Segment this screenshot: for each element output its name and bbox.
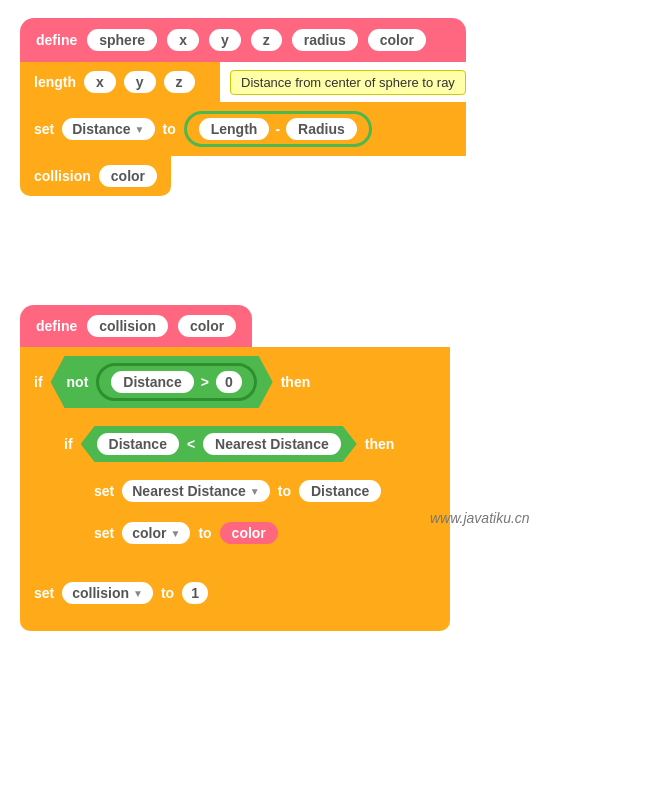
color-dd-label: color	[132, 525, 166, 541]
set-color-block: set color ▼ to color	[80, 513, 434, 553]
gt-op: >	[201, 374, 209, 390]
distance-lt-nearest: Distance < Nearest Distance	[81, 426, 357, 462]
nearest-distance-dd-label: Nearest Distance	[132, 483, 246, 499]
y-pill-2[interactable]: y	[124, 71, 156, 93]
collision-pill[interactable]: collision	[87, 315, 168, 337]
collision-dropdown[interactable]: collision ▼	[62, 582, 153, 604]
then-label-1: then	[281, 374, 311, 390]
radius-pill[interactable]: radius	[292, 29, 358, 51]
x-pill-2[interactable]: x	[84, 71, 116, 93]
length-block: length x y z	[20, 62, 220, 102]
define-label: define	[36, 32, 77, 48]
collision-dd-label: collision	[72, 585, 129, 601]
not-label: not	[67, 374, 89, 390]
set-label-1: set	[34, 121, 54, 137]
define-sphere-block: define sphere x y z radius color	[20, 18, 466, 62]
then-label-2: then	[365, 436, 395, 452]
length-val[interactable]: Length	[199, 118, 270, 140]
set-label-3: set	[94, 525, 114, 541]
lt-op: <	[187, 436, 195, 452]
set-nearest-distance-block: set Nearest Distance ▼ to Distance	[80, 471, 434, 511]
sphere-pill[interactable]: sphere	[87, 29, 157, 51]
z-pill[interactable]: z	[251, 29, 282, 51]
to-label-1: to	[163, 121, 176, 137]
distance-gt-0: Distance > 0	[96, 363, 256, 401]
if-not-distance-row: if not Distance > 0 then	[20, 347, 450, 417]
if-label-2: if	[64, 436, 73, 452]
set-label-4: set	[34, 585, 54, 601]
distance-pill-3[interactable]: Distance	[299, 480, 381, 502]
minus-op: -	[275, 121, 280, 137]
define-collision-hat: define collision color	[20, 305, 252, 347]
inner-if-block: if Distance < Nearest Distance then set	[50, 417, 442, 569]
outer-if-block: if not Distance > 0 then if	[20, 347, 450, 631]
collision-color-block: collision color	[20, 156, 171, 196]
to-label-3: to	[198, 525, 211, 541]
color-val-pill[interactable]: color	[220, 522, 278, 544]
color-pill-3[interactable]: color	[178, 315, 236, 337]
if-label-1: if	[34, 374, 43, 390]
length-row: length x y z Distance from center of sph…	[20, 62, 466, 102]
y-pill[interactable]: y	[209, 29, 241, 51]
nearest-distance-dropdown[interactable]: Nearest Distance ▼	[122, 480, 270, 502]
define-label-2: define	[36, 318, 77, 334]
length-label: length	[34, 74, 76, 90]
not-condition-block: not Distance > 0	[51, 356, 273, 408]
if-distance-nearest-row: if Distance < Nearest Distance then	[50, 417, 442, 471]
set-distance-block: set Distance ▼ to Length - Radius	[20, 102, 466, 156]
color-dropdown[interactable]: color ▼	[122, 522, 190, 544]
distance-dropdown[interactable]: Distance ▼	[62, 118, 154, 140]
inner-if-footer	[50, 553, 434, 565]
tooltip-box: Distance from center of sphere to ray	[230, 70, 466, 95]
inner-if-body: set Nearest Distance ▼ to Distance set c…	[80, 471, 442, 553]
section2-define-collision: define collision color if not Distance >…	[20, 305, 450, 631]
nearest-distance-pill[interactable]: Nearest Distance	[203, 433, 341, 455]
to-label-2: to	[278, 483, 291, 499]
color-pill-2[interactable]: color	[99, 165, 157, 187]
dropdown-arrow-4: ▼	[133, 588, 143, 599]
to-label-4: to	[161, 585, 174, 601]
set-collision-block: set collision ▼ to 1	[20, 573, 450, 613]
distance-pill-1[interactable]: Distance	[111, 371, 193, 393]
section1-define-sphere: define sphere x y z radius color length …	[20, 18, 466, 196]
collision-label-1: collision	[34, 168, 91, 184]
radius-val[interactable]: Radius	[286, 118, 357, 140]
color-pill-1[interactable]: color	[368, 29, 426, 51]
distance-dropdown-label: Distance	[72, 121, 130, 137]
dropdown-arrow-2: ▼	[250, 486, 260, 497]
dropdown-arrow-1: ▼	[135, 124, 145, 135]
dropdown-arrow-3: ▼	[170, 528, 180, 539]
length-minus-radius: Length - Radius	[184, 111, 372, 147]
outer-footer-space	[20, 613, 450, 623]
zero-pill[interactable]: 0	[216, 371, 242, 393]
x-pill[interactable]: x	[167, 29, 199, 51]
z-pill-2[interactable]: z	[164, 71, 195, 93]
distance-pill-2[interactable]: Distance	[97, 433, 179, 455]
set-label-2: set	[94, 483, 114, 499]
one-pill[interactable]: 1	[182, 582, 208, 604]
